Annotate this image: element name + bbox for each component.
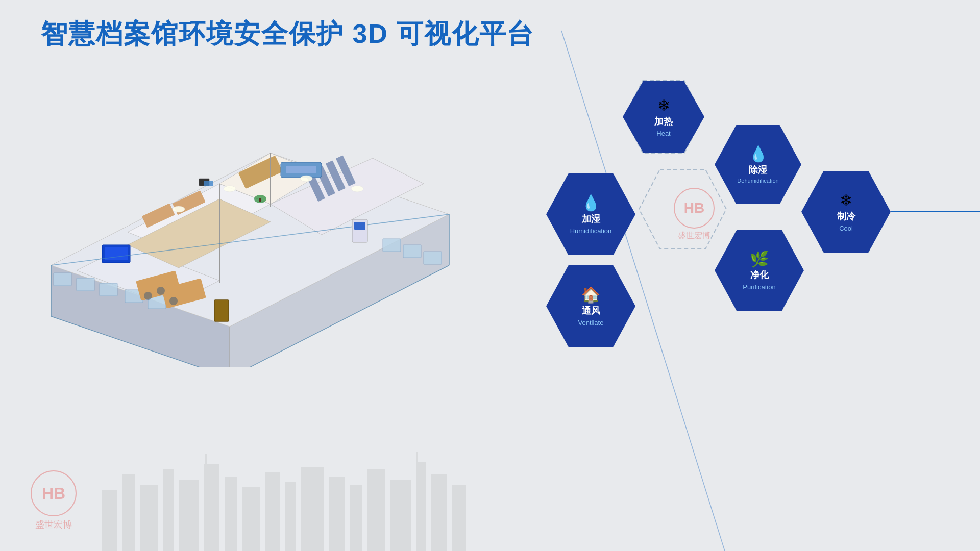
bottom-logo-text: 盛世宏博 xyxy=(35,518,72,531)
svg-point-63 xyxy=(157,287,165,295)
hex-dehumid-filled[interactable]: 💧 除湿 Dehumidification xyxy=(715,125,801,204)
bottom-brand-logo: HB 盛世宏博 xyxy=(31,470,77,531)
svg-rect-42 xyxy=(100,283,117,296)
center-watermark: HB 盛世宏博 xyxy=(664,184,725,245)
svg-point-58 xyxy=(300,176,312,182)
svg-rect-2 xyxy=(122,474,135,551)
hex-cool-filled[interactable]: ❄ 制冷 Cool xyxy=(801,171,891,253)
vent-label-cn: 通风 xyxy=(582,306,600,317)
heat-label-en: Heat xyxy=(656,130,670,138)
bottom-logo-symbol: HB xyxy=(42,484,65,503)
svg-rect-4 xyxy=(163,469,174,551)
svg-rect-41 xyxy=(77,278,94,291)
humid-label-en: Humidification xyxy=(570,227,612,235)
svg-point-56 xyxy=(173,206,185,212)
svg-point-64 xyxy=(169,297,178,305)
svg-rect-15 xyxy=(390,480,411,551)
svg-rect-18 xyxy=(452,485,466,551)
dehumid-icon: 💧 xyxy=(749,145,768,163)
hex-purif-filled[interactable]: 🌿 净化 Purification xyxy=(715,230,804,311)
svg-rect-45 xyxy=(383,239,401,252)
hex-heat[interactable]: ❄ 加热 Heat xyxy=(623,79,704,155)
cool-connection-line xyxy=(891,211,980,212)
humid-label-cn: 加湿 xyxy=(582,214,600,225)
svg-rect-9 xyxy=(265,472,280,551)
purif-label-cn: 净化 xyxy=(750,270,769,281)
svg-rect-11 xyxy=(301,467,324,551)
svg-point-62 xyxy=(144,292,152,300)
dehumid-label-cn: 除湿 xyxy=(749,165,767,176)
vent-label-en: Ventilate xyxy=(578,319,604,327)
svg-rect-49 xyxy=(286,166,316,173)
heat-label-cn: 加热 xyxy=(654,116,673,128)
svg-point-59 xyxy=(351,186,363,192)
hex-purification[interactable]: 🌿 净化 Purification xyxy=(715,230,804,311)
svg-rect-10 xyxy=(285,482,296,551)
svg-rect-65 xyxy=(214,300,229,321)
svg-rect-53 xyxy=(259,198,261,202)
svg-rect-14 xyxy=(368,469,385,551)
center-logo-circle: HB xyxy=(674,188,715,229)
building-3d-illustration xyxy=(26,51,475,367)
svg-rect-20 xyxy=(416,452,418,464)
cool-label-en: Cool xyxy=(839,224,853,233)
svg-rect-40 xyxy=(54,273,71,286)
hex-ventilate[interactable]: 🏠 通风 Ventilate xyxy=(546,265,635,347)
page-title: 智慧档案馆环境安全保护 3D 可视化平台 xyxy=(41,16,534,52)
svg-rect-6 xyxy=(204,464,219,551)
center-logo-text: 盛世宏博 xyxy=(678,231,710,241)
hex-vent-filled[interactable]: 🏠 通风 Ventilate xyxy=(546,265,635,347)
hex-humid-filled[interactable]: 💧 加湿 Humidification xyxy=(546,173,635,255)
center-logo-symbol: HB xyxy=(684,200,704,216)
svg-rect-51 xyxy=(204,181,213,186)
svg-rect-47 xyxy=(424,252,442,264)
dehumid-label-en: Dehumidification xyxy=(737,178,778,184)
svg-rect-16 xyxy=(416,462,426,551)
hex-heat-filled[interactable]: ❄ 加热 Heat xyxy=(623,81,704,153)
svg-rect-1 xyxy=(102,490,117,551)
hexagon-area: ❄ 加热 Heat 💧 除湿 Dehumidification xyxy=(521,0,980,551)
svg-rect-3 xyxy=(140,485,158,551)
hex-dehumidification[interactable]: 💧 除湿 Dehumidification xyxy=(715,125,801,204)
svg-point-57 xyxy=(224,186,236,192)
purif-label-en: Purification xyxy=(743,283,775,291)
heat-icon: ❄ xyxy=(657,96,670,114)
cool-label-cn: 制冷 xyxy=(837,211,855,222)
svg-rect-46 xyxy=(403,245,421,258)
svg-rect-5 xyxy=(179,480,199,551)
vent-icon: 🏠 xyxy=(581,286,600,304)
svg-rect-13 xyxy=(350,485,362,551)
humid-icon: 💧 xyxy=(581,194,600,212)
purif-icon: 🌿 xyxy=(750,250,769,268)
bottom-logo-circle: HB xyxy=(31,470,77,516)
cool-icon: ❄ xyxy=(840,191,852,209)
svg-rect-8 xyxy=(242,487,260,551)
svg-rect-17 xyxy=(431,474,447,551)
hex-cool[interactable]: ❄ 制冷 Cool xyxy=(801,171,891,253)
svg-rect-12 xyxy=(329,477,345,551)
hex-humidification[interactable]: 💧 加湿 Humidification xyxy=(546,173,635,255)
svg-rect-7 xyxy=(225,477,237,551)
svg-rect-72 xyxy=(354,222,365,230)
svg-rect-19 xyxy=(205,454,207,467)
